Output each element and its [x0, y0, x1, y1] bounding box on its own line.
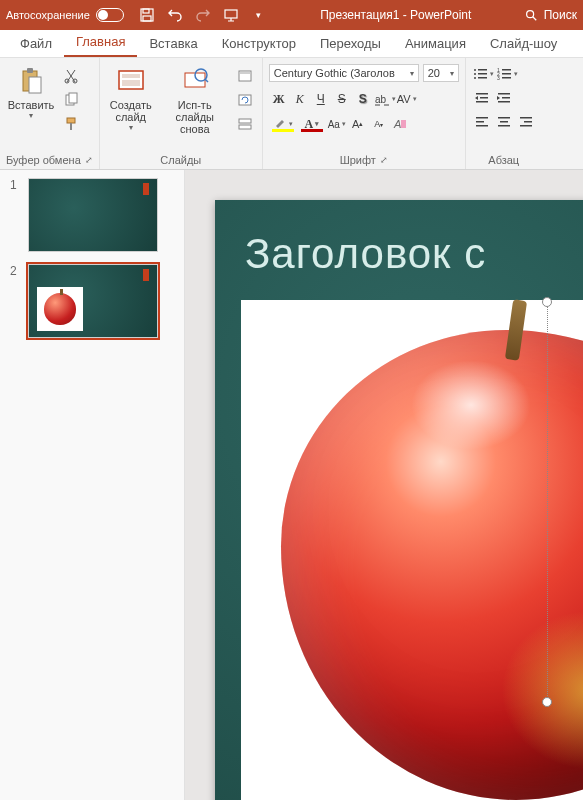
italic-button[interactable]: К: [290, 88, 310, 110]
shrink-font-button[interactable]: A▾: [369, 113, 389, 135]
chevron-down-icon: ▾: [450, 69, 454, 78]
layout-button[interactable]: [234, 65, 256, 87]
svg-rect-39: [476, 93, 488, 95]
ribbon: Вставить ▾ Буфер обмена ⤢ Создать слайд …: [0, 58, 583, 170]
tab-slideshow[interactable]: Слайд-шоу: [478, 31, 569, 57]
thumbnail-1[interactable]: 1: [10, 178, 174, 252]
toggle-switch[interactable]: [96, 8, 124, 22]
strikethrough-button[interactable]: S: [332, 88, 352, 110]
group-clipboard: Вставить ▾ Буфер обмена ⤢: [0, 58, 100, 169]
svg-rect-40: [480, 97, 488, 99]
change-case2-button[interactable]: Aa▾: [327, 113, 347, 135]
svg-rect-53: [520, 125, 532, 127]
undo-icon[interactable]: [166, 6, 184, 24]
grow-font-button[interactable]: A▴: [348, 113, 368, 135]
svg-text:A: A: [393, 118, 401, 130]
thumb-preview: [28, 178, 158, 252]
decrease-indent-button[interactable]: [472, 87, 492, 109]
titlebar: Автосохранение ▾ Презентация1 - PowerPoi…: [0, 0, 583, 30]
svg-rect-36: [502, 73, 511, 75]
thumb-number: 1: [10, 178, 20, 252]
svg-point-27: [474, 69, 476, 71]
svg-rect-44: [498, 101, 510, 103]
svg-rect-45: [476, 117, 488, 119]
svg-rect-30: [478, 73, 487, 75]
redo-icon[interactable]: [194, 6, 212, 24]
tab-transitions[interactable]: Переходы: [308, 31, 393, 57]
numbering-button[interactable]: 123▾: [496, 63, 518, 85]
change-case-button[interactable]: AV▾: [397, 88, 417, 110]
section-button[interactable]: [234, 113, 256, 135]
svg-rect-43: [502, 97, 510, 99]
save-icon[interactable]: [138, 6, 156, 24]
svg-rect-3: [225, 10, 237, 18]
underline-button[interactable]: Ч: [311, 88, 331, 110]
tab-animations[interactable]: Анимация: [393, 31, 478, 57]
tab-insert[interactable]: Вставка: [137, 31, 209, 57]
align-right-button[interactable]: [516, 111, 536, 133]
svg-rect-41: [476, 101, 488, 103]
svg-rect-23: [239, 125, 251, 129]
apple-image: [281, 330, 583, 800]
bold-button[interactable]: Ж: [269, 88, 289, 110]
font-color-button[interactable]: A▾: [298, 113, 326, 135]
svg-rect-16: [122, 80, 140, 86]
new-slide-icon: [115, 65, 147, 97]
increase-indent-button[interactable]: [494, 87, 514, 109]
bullets-button[interactable]: ▾: [472, 63, 494, 85]
tab-file[interactable]: Файл: [8, 31, 64, 57]
new-slide-button[interactable]: Создать слайд ▾: [106, 61, 156, 132]
highlight-color-button[interactable]: ▾: [269, 113, 297, 135]
svg-rect-42: [498, 93, 510, 95]
svg-text:3: 3: [497, 75, 500, 81]
svg-point-9: [73, 79, 77, 83]
paste-label: Вставить: [8, 99, 55, 111]
present-icon[interactable]: [222, 6, 240, 24]
svg-rect-38: [502, 77, 511, 79]
svg-rect-12: [67, 118, 75, 123]
group-slides: Создать слайд ▾ Исп-ть слайды снова Слай…: [100, 58, 263, 169]
font-size-select[interactable]: 20▾: [423, 64, 459, 82]
slide[interactable]: Заголовок с: [215, 200, 583, 800]
svg-rect-22: [239, 119, 251, 123]
svg-text:ab: ab: [375, 94, 387, 105]
copy-button[interactable]: [60, 89, 82, 111]
clear-formatting-button[interactable]: A: [390, 113, 410, 135]
qat-dropdown-icon[interactable]: ▾: [250, 6, 268, 24]
svg-rect-6: [27, 68, 33, 73]
char-spacing-button[interactable]: ab▾: [374, 88, 396, 110]
group-paragraph-label: Абзац: [488, 154, 519, 166]
format-painter-button[interactable]: [60, 113, 82, 135]
autosave-toggle[interactable]: Автосохранение: [6, 8, 124, 22]
tab-design[interactable]: Конструктор: [210, 31, 308, 57]
slide-canvas[interactable]: Заголовок с: [185, 170, 583, 800]
group-font: Century Gothic (Заголов▾ 20▾ Ж К Ч S S a…: [263, 58, 466, 169]
reuse-slides-button[interactable]: Исп-ть слайды снова: [160, 61, 230, 135]
font-launcher[interactable]: ⤢: [380, 155, 388, 165]
align-center-button[interactable]: [494, 111, 514, 133]
paste-button[interactable]: Вставить ▾: [6, 61, 56, 120]
cut-button[interactable]: [60, 65, 82, 87]
search-button[interactable]: Поиск: [524, 8, 577, 22]
font-name-select[interactable]: Century Gothic (Заголов▾: [269, 64, 419, 82]
shadow-button[interactable]: S: [353, 88, 373, 110]
reuse-slides-icon: [179, 65, 211, 97]
reuse-slides-label: Исп-ть слайды снова: [160, 99, 230, 135]
image-placeholder[interactable]: [241, 300, 583, 800]
clipboard-launcher[interactable]: ⤢: [85, 155, 93, 165]
svg-rect-2: [143, 16, 151, 21]
ribbon-tabs: Файл Главная Вставка Конструктор Переход…: [0, 30, 583, 58]
group-font-label: Шрифт: [340, 154, 376, 166]
slide-title[interactable]: Заголовок с: [245, 230, 583, 278]
chevron-down-icon: ▾: [29, 111, 33, 120]
svg-rect-47: [476, 125, 488, 127]
svg-point-4: [526, 11, 533, 18]
align-left-button[interactable]: [472, 111, 492, 133]
tab-home[interactable]: Главная: [64, 29, 137, 57]
slide-thumbnails-panel: 1 2: [0, 170, 185, 800]
thumb-number: 2: [10, 264, 20, 338]
paste-icon: [15, 65, 47, 97]
reset-button[interactable]: [234, 89, 256, 111]
svg-rect-46: [476, 121, 484, 123]
thumbnail-2[interactable]: 2: [10, 264, 174, 338]
